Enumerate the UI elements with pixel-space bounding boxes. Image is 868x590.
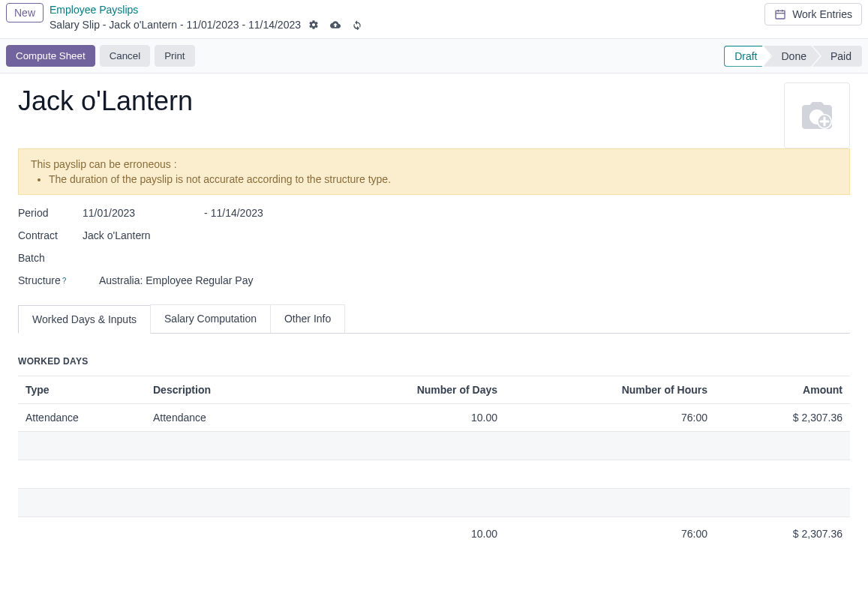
period-from[interactable]: 11/01/2023 (83, 207, 204, 219)
col-hours[interactable]: Number of Hours (505, 376, 715, 404)
col-type[interactable]: Type (18, 376, 146, 404)
cell-days: 10.00 (355, 404, 505, 432)
total-amount: $ 2,307.36 (715, 517, 850, 548)
compute-sheet-button[interactable]: Compute Sheet (6, 45, 95, 67)
svg-rect-0 (776, 10, 785, 19)
worked-days-table: Type Description Number of Days Number o… (18, 376, 850, 547)
batch-label: Batch (18, 252, 83, 264)
cell-description: Attendance (146, 404, 355, 432)
status-draft[interactable]: Draft (724, 46, 770, 67)
worked-days-title: WORKED DAYS (18, 356, 850, 367)
calendar-icon (774, 8, 786, 20)
image-upload[interactable] (784, 82, 850, 148)
total-hours: 76:00 (505, 517, 715, 548)
table-row[interactable]: Attendance Attendance 10.00 76:00 $ 2,30… (18, 404, 850, 432)
tab-salary-computation[interactable]: Salary Computation (150, 304, 271, 333)
work-entries-button[interactable]: Work Entries (764, 3, 862, 25)
period-label: Period (18, 207, 83, 219)
period-to[interactable]: 11/14/2023 (211, 207, 263, 219)
table-row[interactable] (18, 489, 850, 517)
status-done[interactable]: Done (764, 46, 820, 67)
camera-plus-icon (794, 97, 839, 133)
totals-row: 10.00 76:00 $ 2,307.36 (18, 517, 850, 548)
table-row[interactable] (18, 432, 850, 460)
record-title: Jack o'Lantern (18, 85, 850, 117)
tab-worked-days[interactable]: Worked Days & Inputs (18, 305, 151, 334)
col-description[interactable]: Description (146, 376, 355, 404)
total-days: 10.00 (355, 517, 505, 548)
col-days[interactable]: Number of Days (355, 376, 505, 404)
help-icon[interactable]: ? (62, 277, 67, 285)
cancel-button[interactable]: Cancel (100, 45, 151, 67)
gear-icon[interactable] (308, 19, 319, 30)
contract-value[interactable]: Jack o'Lantern (83, 229, 151, 241)
col-amount[interactable]: Amount (715, 376, 850, 404)
undo-icon[interactable] (352, 19, 362, 30)
cell-amount: $ 2,307.36 (715, 404, 850, 432)
print-button[interactable]: Print (155, 45, 194, 67)
breadcrumb: Employee Payslips Salary Slip - Jack o'L… (50, 3, 362, 32)
tab-other-info[interactable]: Other Info (270, 304, 345, 333)
breadcrumb-parent-link[interactable]: Employee Payslips (50, 3, 362, 18)
structure-value[interactable]: Australia: Employee Regular Pay (99, 274, 253, 286)
status-bar: Draft Done Paid (724, 46, 862, 67)
alert-heading: This payslip can be erroneous : (31, 158, 837, 170)
cloud-upload-icon[interactable] (329, 19, 341, 30)
contract-label: Contract (18, 229, 83, 241)
warning-alert: This payslip can be erroneous : The dura… (18, 148, 850, 195)
period-separator: - (204, 207, 208, 219)
structure-label: Structure? (18, 274, 83, 286)
cell-hours: 76:00 (505, 404, 715, 432)
tabs: Worked Days & Inputs Salary Computation … (18, 304, 850, 334)
alert-item: The duration of the payslip is not accur… (49, 173, 837, 185)
work-entries-label: Work Entries (792, 8, 852, 20)
table-row[interactable] (18, 460, 850, 489)
new-button[interactable]: New (6, 3, 44, 22)
cell-type: Attendance (18, 404, 146, 432)
breadcrumb-current: Salary Slip - Jack o'Lantern - 11/01/202… (50, 18, 301, 33)
